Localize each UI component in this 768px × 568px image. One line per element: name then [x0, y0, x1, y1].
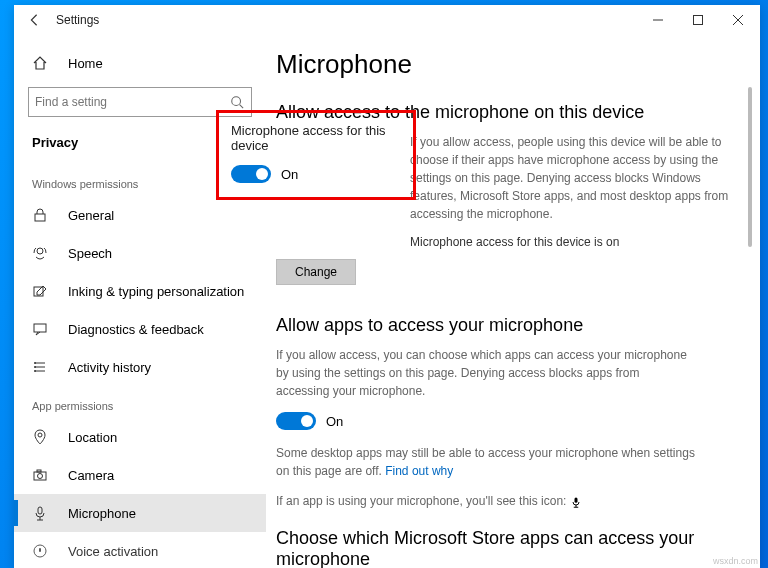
- section2-note2: If an app is using your microphone, you'…: [276, 492, 696, 510]
- sidebar-item-location[interactable]: Location: [14, 418, 266, 456]
- sidebar: Home Privacy Windows permissions General…: [14, 35, 266, 568]
- svg-rect-22: [39, 548, 41, 552]
- search-box[interactable]: [28, 87, 252, 117]
- svg-line-5: [240, 105, 244, 109]
- speech-icon: [32, 245, 52, 261]
- svg-rect-20: [38, 507, 42, 514]
- nav-label: General: [68, 208, 114, 223]
- sidebar-group-app: App permissions: [14, 386, 266, 418]
- svg-rect-19: [37, 470, 41, 472]
- main-panel: Microphone Allow access to the microphon…: [266, 35, 760, 568]
- section2-toggle-row: On: [276, 412, 732, 430]
- svg-rect-1: [694, 16, 703, 25]
- sidebar-item-activity[interactable]: Activity history: [14, 348, 266, 386]
- svg-point-14: [34, 366, 36, 368]
- voice-icon: [32, 543, 52, 559]
- sidebar-item-diagnostics[interactable]: Diagnostics & feedback: [14, 310, 266, 348]
- nav-label: Diagnostics & feedback: [68, 322, 204, 337]
- svg-point-13: [34, 362, 36, 364]
- scrollbar[interactable]: [742, 35, 752, 568]
- nav-label: Voice activation: [68, 544, 158, 559]
- maximize-button[interactable]: [678, 5, 718, 35]
- section1-desc: If you allow access, people using this d…: [410, 133, 732, 223]
- sidebar-item-inking[interactable]: Inking & typing personalization: [14, 272, 266, 310]
- svg-point-7: [37, 248, 43, 254]
- section3-heading: Choose which Microsoft Store apps can ac…: [276, 528, 732, 568]
- titlebar: Settings: [14, 5, 760, 35]
- nav-label: Activity history: [68, 360, 151, 375]
- window-controls: [638, 5, 758, 35]
- feedback-icon: [32, 321, 52, 337]
- search-icon: [229, 95, 245, 109]
- allow-apps-toggle-label: On: [326, 414, 343, 429]
- svg-rect-9: [34, 324, 46, 332]
- nav-label: Location: [68, 430, 117, 445]
- microphone-indicator-icon: [570, 495, 582, 509]
- search-input[interactable]: [35, 95, 229, 109]
- section2-desc: If you allow access, you can choose whic…: [276, 346, 696, 400]
- sidebar-item-microphone[interactable]: Microphone: [14, 494, 266, 532]
- pen-icon: [32, 283, 52, 299]
- back-button[interactable]: [22, 8, 46, 32]
- sidebar-home-label: Home: [68, 56, 103, 71]
- sidebar-item-voice-activation[interactable]: Voice activation: [14, 532, 266, 568]
- camera-icon: [32, 467, 52, 483]
- window-title: Settings: [56, 13, 638, 27]
- activity-icon: [32, 359, 52, 375]
- nav-label: Inking & typing personalization: [68, 284, 244, 299]
- location-icon: [32, 429, 52, 445]
- find-out-why-link[interactable]: Find out why: [385, 464, 453, 478]
- nav-label: Camera: [68, 468, 114, 483]
- sidebar-item-camera[interactable]: Camera: [14, 456, 266, 494]
- scrollbar-thumb[interactable]: [748, 87, 752, 247]
- svg-rect-6: [35, 214, 45, 221]
- svg-rect-23: [574, 497, 577, 502]
- sidebar-group-windows: Windows permissions: [14, 164, 266, 196]
- nav-label: Speech: [68, 246, 112, 261]
- minimize-button[interactable]: [638, 5, 678, 35]
- content-area: Home Privacy Windows permissions General…: [14, 35, 760, 568]
- sidebar-item-speech[interactable]: Speech: [14, 234, 266, 272]
- watermark: wsxdn.com: [713, 556, 758, 566]
- microphone-icon: [32, 505, 52, 521]
- nav-label: Microphone: [68, 506, 136, 521]
- section2-heading: Allow apps to access your microphone: [276, 315, 732, 336]
- sidebar-current-category: Privacy: [14, 131, 266, 164]
- sidebar-home[interactable]: Home: [14, 45, 266, 81]
- svg-point-16: [38, 433, 42, 437]
- allow-apps-toggle[interactable]: [276, 412, 316, 430]
- lock-icon: [32, 207, 52, 223]
- sidebar-item-general[interactable]: General: [14, 196, 266, 234]
- home-icon: [32, 55, 52, 71]
- section1-status: Microphone access for this device is on: [410, 235, 732, 249]
- svg-point-4: [232, 97, 241, 106]
- change-button[interactable]: Change: [276, 259, 356, 285]
- svg-point-18: [38, 474, 43, 479]
- settings-window: Settings Home Privacy Windows permission…: [14, 5, 760, 568]
- close-button[interactable]: [718, 5, 758, 35]
- svg-point-15: [34, 370, 36, 372]
- section1-heading: Allow access to the microphone on this d…: [276, 102, 732, 123]
- page-title: Microphone: [276, 49, 732, 80]
- section2-note1: Some desktop apps may still be able to a…: [276, 444, 696, 480]
